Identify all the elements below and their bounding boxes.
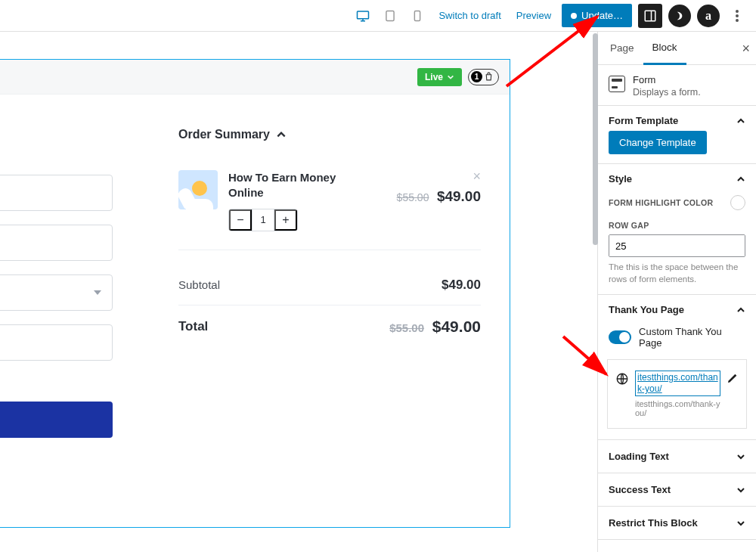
panel-advanced[interactable]: Advanced xyxy=(598,540,756,552)
panel-title-style: Style xyxy=(609,173,632,185)
chevron-down-icon xyxy=(447,73,454,81)
plugin-surecart-icon[interactable] xyxy=(668,5,691,27)
svg-point-6 xyxy=(736,19,739,22)
panel-thank-you: Thank You Page Custom Thank You Page ite… xyxy=(598,295,756,440)
pay-button[interactable]: 49.00 xyxy=(0,402,113,438)
update-button-label: Update… xyxy=(581,10,623,21)
block-top-strip: Live 1 xyxy=(0,60,510,95)
order-summary: Order Summary How To Earn Money Online −… xyxy=(178,128,481,348)
loading-text-title: Loading Text xyxy=(609,451,669,462)
device-mobile-button[interactable] xyxy=(407,5,428,26)
total-old-price: $55.00 xyxy=(389,321,424,334)
selected-form-block[interactable]: Live 1 stal Code/Zip 49.00 Order Summary xyxy=(0,59,510,528)
plugin-astra-icon[interactable]: a xyxy=(697,5,720,27)
change-template-button[interactable]: Change Template xyxy=(609,131,707,154)
sidebar-scrollbar[interactable] xyxy=(593,33,598,245)
rowgap-input[interactable]: PX xyxy=(609,234,745,257)
product-thumb xyxy=(178,170,218,209)
preview-button[interactable]: Preview xyxy=(512,5,556,26)
chevron-up-icon[interactable] xyxy=(736,305,745,315)
rowgap-label: ROW GAP xyxy=(609,221,745,230)
chevron-up-icon xyxy=(276,129,287,140)
globe-icon xyxy=(615,372,629,386)
total-row: Total $55.00 $49.00 xyxy=(178,305,481,348)
live-mode-pill[interactable]: Live xyxy=(417,68,462,86)
close-sidebar-button[interactable]: × xyxy=(742,40,750,56)
more-options-button[interactable] xyxy=(726,5,748,27)
checkout-form-left: stal Code/Zip 49.00 xyxy=(0,175,113,438)
checkout-input-1[interactable] xyxy=(0,175,113,211)
custom-thankyou-toggle[interactable] xyxy=(609,330,631,344)
chevron-up-icon[interactable] xyxy=(736,116,745,126)
block-type-name: Form xyxy=(633,74,701,85)
chevron-down-icon xyxy=(736,519,745,528)
svg-point-5 xyxy=(736,14,739,17)
settings-sidebar: Page Block × Form Displays a form. Form … xyxy=(597,32,756,552)
svg-point-4 xyxy=(736,10,739,13)
update-button[interactable]: Update… xyxy=(562,4,632,27)
toggle-label: Custom Thank You Page xyxy=(639,326,735,349)
quantity-stepper[interactable]: − 1 + xyxy=(228,209,298,231)
product-old-price: $55.00 xyxy=(397,191,429,203)
chevron-down-icon xyxy=(736,452,745,461)
live-label: Live xyxy=(425,72,443,82)
settings-panel-toggle[interactable] xyxy=(638,4,662,28)
panel-loading-text[interactable]: Loading Text xyxy=(598,440,756,473)
qty-value: 1 xyxy=(252,209,274,231)
block-description: Displays a form. xyxy=(633,87,701,98)
product-new-price: $49.00 xyxy=(437,188,481,204)
panel-success-text[interactable]: Success Text xyxy=(598,473,756,507)
tab-block[interactable]: Block xyxy=(643,33,686,65)
svg-rect-2 xyxy=(415,11,420,20)
panel-title-form-template: Form Template xyxy=(609,115,678,126)
checkout-input-2[interactable] xyxy=(0,225,113,261)
svg-rect-1 xyxy=(386,11,394,20)
tab-page[interactable]: Page xyxy=(601,32,643,64)
panel-style: Style FORM HIGHLIGHT COLOR ROW GAP PX Th… xyxy=(598,164,756,295)
checkout-select[interactable] xyxy=(0,274,113,311)
rowgap-help: The this is the space between the rows o… xyxy=(609,262,745,285)
order-summary-title: Order Summary xyxy=(178,128,270,141)
subtotal-label: Subtotal xyxy=(178,278,220,291)
panel-restrict-block[interactable]: Restrict This Block xyxy=(598,507,756,540)
product-title: How To Earn Money Online xyxy=(228,170,342,201)
subtotal-value: $49.00 xyxy=(442,278,481,293)
chevron-up-icon[interactable] xyxy=(736,175,745,184)
checkout-input-zip[interactable]: stal Code/Zip xyxy=(0,324,113,361)
device-tablet-button[interactable] xyxy=(380,5,401,26)
remove-item-button[interactable]: × xyxy=(472,169,481,185)
qty-minus-button[interactable]: − xyxy=(229,209,252,231)
total-label: Total xyxy=(178,319,208,334)
subtotal-row: Subtotal $49.00 xyxy=(178,265,481,305)
svg-rect-3 xyxy=(645,11,655,21)
thankyou-permalink: itestthings.com/thank-you/ xyxy=(635,399,720,417)
cart-indicator[interactable]: 1 xyxy=(468,69,499,85)
svg-rect-0 xyxy=(358,11,369,19)
cart-count: 1 xyxy=(471,71,482,82)
switch-to-draft-button[interactable]: Switch to draft xyxy=(434,5,505,26)
success-text-title: Success Text xyxy=(609,484,671,495)
rowgap-field[interactable] xyxy=(609,235,745,256)
form-block-icon xyxy=(609,76,625,92)
panel-form-template: Form Template Change Template xyxy=(598,106,756,164)
unsaved-dot-icon xyxy=(571,13,577,19)
block-info: Form Displays a form. xyxy=(598,65,756,106)
restrict-title: Restrict This Block xyxy=(609,517,698,529)
edit-pencil-icon[interactable] xyxy=(727,372,739,384)
highlight-color-swatch[interactable] xyxy=(730,195,745,210)
editor-top-bar: Switch to draft Preview Update… a xyxy=(0,0,756,32)
qty-plus-button[interactable]: + xyxy=(274,209,297,231)
order-summary-heading[interactable]: Order Summary xyxy=(178,128,481,141)
product-row: How To Earn Money Online − 1 + × $55.00 … xyxy=(178,170,481,250)
panel-title-thankyou: Thank You Page xyxy=(609,304,684,315)
device-desktop-button[interactable] xyxy=(352,5,373,26)
sidebar-tabs: Page Block × xyxy=(598,32,756,65)
thankyou-url-link[interactable]: itestthings.com/thank-you/ xyxy=(635,371,720,396)
chevron-down-icon xyxy=(736,485,745,495)
thankyou-url-card: itestthings.com/thank-you/ itestthings.c… xyxy=(607,359,747,429)
bag-icon xyxy=(484,72,494,82)
highlight-color-label: FORM HIGHLIGHT COLOR xyxy=(609,198,713,207)
total-new-price: $49.00 xyxy=(432,318,481,335)
